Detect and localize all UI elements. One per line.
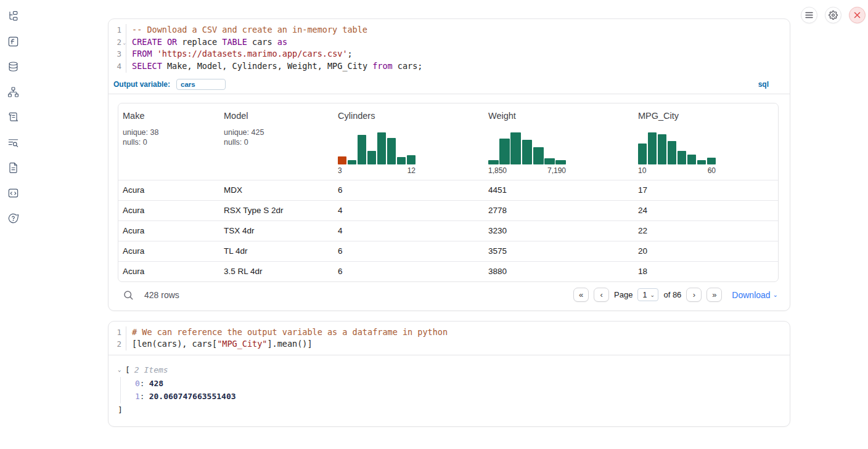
- column-header-cylinders[interactable]: Cylinders 312: [334, 103, 484, 180]
- gear-icon: [829, 10, 838, 20]
- sidebar-item-documentation[interactable]: [6, 160, 20, 175]
- table-cell: Acura: [118, 267, 219, 276]
- pagination: « ‹ Page 1 ⌄ of 86 › »: [573, 288, 722, 302]
- table-cell: 18: [634, 267, 778, 276]
- settings-button[interactable]: [825, 7, 841, 23]
- database-icon: [7, 61, 19, 73]
- menu-button[interactable]: [801, 7, 817, 23]
- table-cell: 6: [334, 185, 484, 195]
- table-cell: 4451: [484, 185, 634, 195]
- line-number-gutter: 12: [108, 326, 126, 350]
- file-text-icon: [7, 162, 19, 174]
- column-header-make[interactable]: Make unique: 38 nulls: 0: [118, 103, 219, 180]
- table-cell: 20: [634, 246, 778, 256]
- file-tree-icon: [7, 10, 19, 22]
- python-cell-output: ⌄ [ 2 Items 0:428 1:20.060747663551403 ]: [108, 355, 790, 426]
- table-cell: 24: [634, 206, 778, 215]
- sidebar-item-help[interactable]: [6, 211, 20, 225]
- code-snippet-icon: [7, 187, 19, 199]
- first-page-button[interactable]: «: [573, 288, 589, 302]
- histogram-bar: [387, 138, 396, 164]
- table-cell: MDX: [219, 185, 334, 195]
- histogram-bar: [638, 144, 647, 164]
- python-code-editor[interactable]: 12 # We can reference the output variabl…: [108, 322, 790, 355]
- prev-page-button[interactable]: ‹: [594, 288, 609, 302]
- scroll-icon: [7, 111, 19, 123]
- tree-entry: 1:20.060747663551403: [120, 390, 790, 403]
- table-body: AcuraMDX6445117AcuraRSX Type S 2dr427782…: [118, 180, 778, 281]
- histogram-bar: [397, 157, 406, 164]
- table-cell: 6: [334, 267, 484, 276]
- page-total-label: of 86: [663, 290, 681, 299]
- hamburger-icon: [805, 12, 813, 18]
- chevron-down-icon: ⌄: [773, 291, 778, 298]
- table-cell: 4: [334, 206, 484, 215]
- sql-cell: 12⌄34 -- Download a CSV and create an in…: [108, 18, 790, 311]
- table-cell: Acura: [118, 206, 219, 215]
- last-page-button[interactable]: »: [706, 288, 722, 302]
- python-cell: 12 # We can reference the output variabl…: [108, 321, 790, 427]
- sidebar-item-scratchpad[interactable]: [6, 135, 20, 150]
- data-table: Make unique: 38 nulls: 0 Model unique: 4…: [118, 103, 779, 282]
- code-lines: -- Download a CSV and create an in-memor…: [126, 24, 790, 73]
- tree-item-count: 2 Items: [134, 363, 168, 377]
- row-count: 428 rows: [144, 290, 179, 300]
- download-button[interactable]: Download ⌄: [732, 290, 778, 300]
- tree-entry: 0:428: [120, 377, 790, 390]
- table-cell: 22: [634, 226, 778, 235]
- sidebar-item-dependency-graph[interactable]: [6, 84, 20, 99]
- histogram-bar: [348, 160, 356, 164]
- table-cell: 3.5 RL 4dr: [219, 267, 334, 276]
- column-header-weight[interactable]: Weight 1,8507,190: [484, 103, 634, 180]
- sql-code-editor[interactable]: 12⌄34 -- Download a CSV and create an in…: [108, 19, 790, 77]
- tree-collapse-icon[interactable]: ⌄: [118, 363, 125, 377]
- histogram-bar: [367, 151, 376, 164]
- line-number-gutter: 12⌄34: [108, 24, 126, 73]
- table-cell: Acura: [118, 185, 219, 195]
- language-badge: sql: [758, 80, 769, 89]
- histogram-bar: [533, 147, 544, 164]
- sql-cell-output: Make unique: 38 nulls: 0 Model unique: 4…: [108, 94, 790, 310]
- table-row[interactable]: AcuraTSX 4dr4323022: [118, 220, 778, 241]
- page-label: Page: [614, 290, 633, 299]
- sidebar-item-snippets[interactable]: [6, 185, 20, 200]
- column-header-mpg-city[interactable]: MPG_City 1060: [634, 103, 778, 180]
- tree-root-close: ]: [118, 403, 790, 417]
- table-cell: RSX Type S 2dr: [219, 206, 334, 215]
- histogram-bar: [707, 158, 716, 164]
- next-page-button[interactable]: ›: [686, 288, 702, 302]
- table-row[interactable]: Acura3.5 RL 4dr6388018: [118, 261, 778, 281]
- sidebar-item-variables[interactable]: [6, 34, 20, 49]
- notebook-cells: 12⌄34 -- Download a CSV and create an in…: [108, 18, 790, 437]
- histogram-bar: [488, 160, 499, 164]
- table-row[interactable]: AcuraRSX Type S 2dr4277824: [118, 200, 778, 220]
- column-stats: unique: 38 nulls: 0: [123, 127, 216, 147]
- output-variable-input[interactable]: [176, 79, 226, 90]
- sidebar-item-datasources[interactable]: [6, 59, 20, 74]
- histogram-bar: [499, 139, 510, 164]
- histogram-bar: [678, 151, 686, 164]
- histogram-bar: [377, 132, 386, 164]
- network-icon: [7, 86, 19, 98]
- sidebar-item-logs[interactable]: [6, 110, 20, 124]
- column-stats: unique: 425 nulls: 0: [224, 127, 330, 147]
- table-row[interactable]: AcuraMDX6445117: [118, 180, 778, 200]
- search-icon[interactable]: [123, 289, 134, 301]
- table-header: Make unique: 38 nulls: 0 Model unique: 4…: [118, 103, 778, 180]
- weight-histogram: 1,8507,190: [488, 132, 566, 175]
- mpg-city-histogram: 1060: [638, 132, 716, 175]
- column-header-model[interactable]: Model unique: 425 nulls: 0: [219, 103, 334, 180]
- sql-cell-meta: Output variable: sql: [108, 77, 790, 94]
- text-search-icon: [7, 137, 19, 148]
- sidebar-item-file-explorer[interactable]: [6, 9, 20, 23]
- histogram-bar: [668, 141, 676, 164]
- table-row[interactable]: AcuraTL 4dr6357520: [118, 241, 778, 261]
- notebook-actions: [801, 7, 866, 23]
- page-select[interactable]: 1 ⌄: [637, 288, 658, 301]
- histogram-bar: [510, 132, 521, 164]
- tree-root: ⌄ [ 2 Items: [118, 363, 790, 377]
- shutdown-button[interactable]: [849, 7, 866, 23]
- fold-chevron-icon[interactable]: ⌄: [123, 37, 126, 49]
- histogram-bar: [338, 156, 346, 164]
- table-cell: Acura: [118, 246, 219, 256]
